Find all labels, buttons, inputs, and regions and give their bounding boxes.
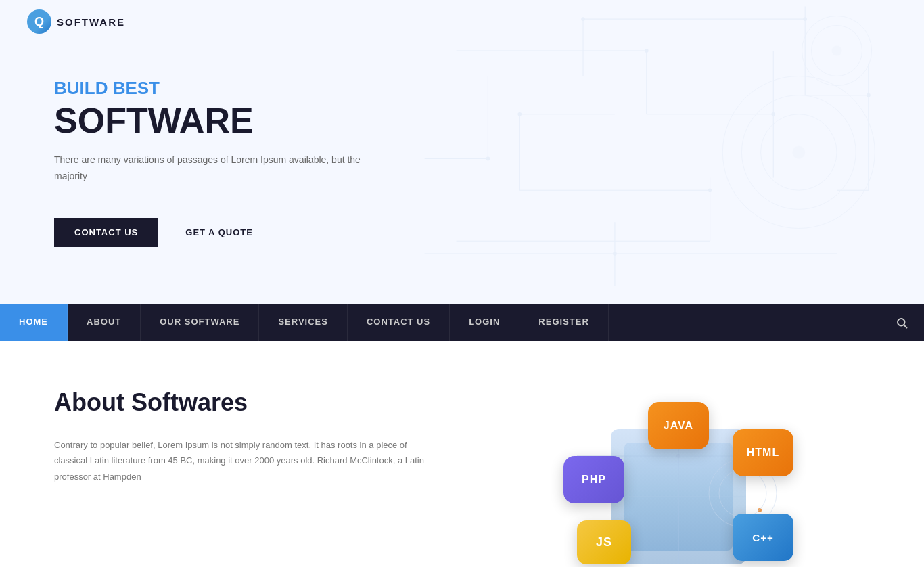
- nav-item-register[interactable]: REGISTER: [519, 304, 608, 341]
- logo-icon: Q: [27, 9, 51, 34]
- nav-item-services[interactable]: SERVICES: [259, 304, 348, 341]
- svg-point-15: [772, 112, 776, 116]
- tech-illustration: JAVA PHP HTML JS C++: [543, 388, 800, 567]
- logo[interactable]: Q SOFTWARE: [27, 9, 125, 34]
- get-quote-button[interactable]: GET A QUOTE: [172, 218, 267, 247]
- hero-description: There are many variations of passages of…: [54, 152, 365, 185]
- nav-item-contact[interactable]: CONTACT US: [348, 304, 450, 341]
- navbar: HOME ABOUT OUR SOFTWARE SERVICES CONTACT…: [0, 304, 924, 341]
- cpp-card: C++: [733, 514, 793, 561]
- hero-content: BUILD BEST SOFTWARE There are many varia…: [54, 78, 365, 248]
- svg-line-36: [904, 325, 906, 327]
- search-button[interactable]: [879, 304, 924, 341]
- svg-point-19: [486, 157, 490, 161]
- about-description: Contrary to popular belief, Lorem Ipsum …: [54, 437, 433, 484]
- svg-point-42: [758, 508, 762, 512]
- nav-item-login[interactable]: LOGIN: [450, 304, 519, 341]
- about-section: About Softwares Contrary to popular beli…: [0, 341, 924, 567]
- contact-us-button[interactable]: CONTACT US: [54, 218, 158, 247]
- server-background: [611, 429, 746, 564]
- svg-point-18: [867, 93, 871, 97]
- header: Q SOFTWARE: [0, 0, 924, 43]
- hero-buttons: CONTACT US GET A QUOTE: [54, 218, 365, 247]
- nav-item-about[interactable]: ABOUT: [68, 304, 141, 341]
- php-card: PHP: [563, 456, 624, 503]
- hero-section: BUILD BEST SOFTWARE There are many varia…: [0, 0, 924, 304]
- svg-point-14: [645, 49, 649, 53]
- java-card: JAVA: [648, 402, 709, 449]
- logo-text: SOFTWARE: [57, 16, 125, 28]
- hero-subtitle: BUILD BEST: [54, 78, 365, 99]
- svg-point-34: [614, 252, 618, 256]
- html-card: HTML: [733, 429, 793, 476]
- about-illustration: JAVA PHP HTML JS C++: [473, 388, 870, 567]
- nav-item-our-software[interactable]: OUR SOFTWARE: [141, 304, 259, 341]
- svg-point-17: [708, 188, 712, 192]
- about-title: About Softwares: [54, 388, 433, 417]
- hero-title: SOFTWARE: [54, 101, 365, 140]
- hero-background: [369, 0, 924, 304]
- nav-item-home[interactable]: HOME: [0, 304, 68, 341]
- svg-point-16: [518, 112, 522, 116]
- svg-point-26: [832, 46, 842, 56]
- about-left: About Softwares Contrary to popular beli…: [54, 388, 433, 484]
- svg-point-23: [793, 146, 806, 159]
- js-card: JS: [577, 520, 631, 564]
